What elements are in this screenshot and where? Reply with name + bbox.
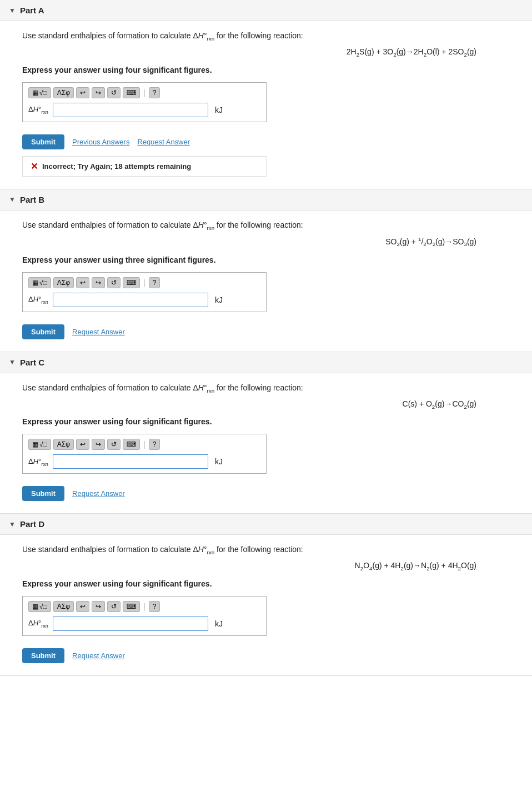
part-b-matrix-icon: ▦ — [32, 279, 38, 287]
part-d-title: Part D — [20, 519, 44, 529]
part-b-undo-button[interactable]: ↩ — [76, 277, 89, 288]
part-b-toolbar: ▦ √□ ΑΣφ ↩ ↪ ↺ ⌨ | — [28, 277, 260, 288]
part-c-toolbar-sep: | — [143, 440, 145, 449]
part-c-body: Use standard enthalpies of formation to … — [0, 373, 532, 514]
part-c-refresh-icon: ↺ — [111, 440, 117, 448]
part-d-unit: kJ — [215, 619, 223, 628]
part-b-redo-icon: ↪ — [96, 279, 101, 287]
part-d-matrix-button[interactable]: ▦ √□ — [28, 601, 51, 612]
part-b-undo-icon: ↩ — [80, 279, 86, 287]
part-d-keyboard-button[interactable]: ⌨ — [123, 601, 140, 612]
part-b-redo-button[interactable]: ↪ — [92, 277, 105, 288]
part-b-input-label: ΔH°rxn — [28, 295, 48, 305]
part-a-previous-answers-button[interactable]: Previous Answers — [72, 138, 129, 146]
part-b-help-button[interactable]: ? — [149, 277, 160, 288]
part-b-header: ▼ Part B — [0, 189, 532, 210]
part-b-action-row: Submit Request Answer — [22, 324, 510, 339]
part-c-redo-button[interactable]: ↪ — [92, 439, 105, 450]
part-d-matrix-icon: ▦ — [32, 603, 38, 610]
part-b-body: Use standard enthalpies of formation to … — [0, 210, 532, 352]
part-b-sigma-button[interactable]: ΑΣφ — [53, 277, 74, 288]
part-c-toolbar: ▦ √□ ΑΣφ ↩ ↪ ↺ ⌨ | — [28, 439, 260, 450]
part-d-request-answer-button[interactable]: Request Answer — [72, 651, 125, 660]
part-d-sig-figs: Express your answer using four significa… — [22, 579, 510, 588]
part-d-toolbar: ▦ √□ ΑΣφ ↩ ↪ ↺ ⌨ | — [28, 601, 260, 612]
part-d-undo-button[interactable]: ↩ — [76, 601, 89, 612]
part-c-request-answer-button[interactable]: Request Answer — [72, 489, 125, 498]
part-d-help-button[interactable]: ? — [149, 601, 160, 612]
part-c-input[interactable] — [53, 454, 208, 469]
help-icon: ? — [153, 89, 157, 97]
part-a-error-text: Incorrect; Try Again; 18 attempts remain… — [42, 162, 191, 171]
part-c-submit-button[interactable]: Submit — [22, 486, 64, 501]
part-b-sigma-icon: ΑΣφ — [57, 279, 70, 287]
part-c-help-button[interactable]: ? — [149, 439, 160, 450]
matrix-button[interactable]: ▦ √□ — [28, 87, 51, 98]
part-b-submit-button[interactable]: Submit — [22, 324, 64, 339]
toolbar-sep: | — [143, 88, 145, 97]
part-b-sig-figs: Express your answer using three signific… — [22, 255, 510, 264]
part-c-matrix-button[interactable]: ▦ √□ — [28, 439, 51, 450]
part-a-input[interactable] — [53, 103, 208, 117]
sigma-button[interactable]: ΑΣφ — [53, 87, 74, 98]
part-a-collapse-arrow[interactable]: ▼ — [9, 7, 16, 14]
part-d-redo-icon: ↪ — [96, 603, 101, 610]
redo-button[interactable]: ↪ — [92, 87, 105, 98]
part-c-header: ▼ Part C — [0, 352, 532, 373]
part-b-refresh-button[interactable]: ↺ — [107, 277, 121, 288]
part-b-reaction: SO2(g) + 1/2O2(g)→SO3(g) — [22, 236, 510, 247]
part-d-header: ▼ Part D — [0, 514, 532, 535]
part-a-sig-figs: Express your answer using four significa… — [22, 66, 510, 74]
keyboard-button[interactable]: ⌨ — [123, 87, 140, 98]
part-c-redo-icon: ↪ — [96, 440, 101, 448]
part-a-unit: kJ — [215, 106, 223, 114]
part-c-undo-button[interactable]: ↩ — [76, 439, 89, 450]
part-d-sigma-button[interactable]: ΑΣφ — [53, 601, 74, 612]
part-c-sigma-button[interactable]: ΑΣφ — [53, 439, 74, 450]
part-c-description: Use standard enthalpies of formation to … — [22, 383, 510, 394]
part-b-keyboard-icon: ⌨ — [127, 279, 136, 287]
part-d-sigma-icon: ΑΣφ — [57, 603, 70, 610]
part-c-keyboard-button[interactable]: ⌨ — [123, 439, 140, 450]
part-b-matrix-button[interactable]: ▦ √□ — [28, 277, 51, 288]
part-d-redo-button[interactable]: ↪ — [92, 601, 105, 612]
part-b-keyboard-button[interactable]: ⌨ — [123, 277, 140, 288]
part-a-request-answer-button[interactable]: Request Answer — [137, 138, 190, 146]
part-d-undo-icon: ↩ — [80, 603, 86, 610]
part-c-matrix-icon: ▦ — [32, 440, 38, 448]
part-d-keyboard-icon: ⌨ — [127, 603, 136, 610]
undo-button[interactable]: ↩ — [76, 87, 89, 98]
part-d-body: Use standard enthalpies of formation to … — [0, 535, 532, 675]
part-d-sqrt-icon: √□ — [39, 603, 47, 610]
part-d-collapse-arrow[interactable]: ▼ — [9, 520, 16, 528]
part-d-submit-button[interactable]: Submit — [22, 648, 64, 663]
part-d-toolbar-sep: | — [143, 602, 145, 611]
part-a-section: ▼ Part A Use standard enthalpies of form… — [0, 0, 532, 189]
part-b-request-answer-button[interactable]: Request Answer — [72, 328, 125, 336]
part-d-section: ▼ Part D Use standard enthalpies of form… — [0, 514, 532, 676]
part-a-header: ▼ Part A — [0, 0, 532, 21]
part-d-input-label: ΔH°rxn — [28, 619, 48, 629]
part-a-submit-button[interactable]: Submit — [22, 134, 64, 149]
part-c-undo-icon: ↩ — [80, 440, 86, 448]
part-c-answer-box: ▦ √□ ΑΣφ ↩ ↪ ↺ ⌨ | — [22, 434, 267, 474]
part-a-body: Use standard enthalpies of formation to … — [0, 21, 532, 189]
part-d-refresh-button[interactable]: ↺ — [107, 601, 121, 612]
undo-icon: ↩ — [80, 89, 86, 97]
part-d-description: Use standard enthalpies of formation to … — [22, 545, 510, 555]
part-c-collapse-arrow[interactable]: ▼ — [9, 358, 16, 366]
part-b-collapse-arrow[interactable]: ▼ — [9, 196, 16, 203]
help-button[interactable]: ? — [149, 87, 160, 98]
part-c-refresh-button[interactable]: ↺ — [107, 439, 121, 450]
part-c-sqrt-icon: √□ — [39, 440, 47, 448]
part-c-input-label: ΔH°rxn — [28, 457, 48, 467]
matrix-icon: ▦ — [32, 89, 38, 97]
part-b-answer-box: ▦ √□ ΑΣφ ↩ ↪ ↺ ⌨ | — [22, 272, 267, 312]
part-d-input[interactable] — [53, 616, 208, 631]
part-a-input-label: ΔH°rxn — [28, 105, 48, 115]
part-a-description: Use standard enthalpies of formation to … — [22, 31, 510, 42]
part-d-input-row: ΔH°rxn kJ — [28, 616, 260, 631]
part-b-input[interactable] — [53, 293, 208, 307]
part-c-help-icon: ? — [153, 440, 157, 448]
refresh-button[interactable]: ↺ — [107, 87, 121, 98]
